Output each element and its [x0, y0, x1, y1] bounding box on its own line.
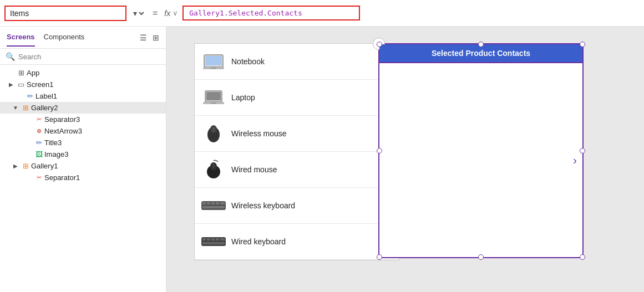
wired-mouse-label: Wired mouse: [231, 165, 389, 174]
svg-rect-16: [207, 202, 210, 204]
handle-mid-left[interactable]: [377, 148, 382, 153]
list-item-wired-keyboard[interactable]: Wired keyboard ›: [195, 224, 399, 260]
tree-item-image3[interactable]: 🖼 Image3: [0, 148, 166, 160]
gallery2-icon: ⊞: [20, 104, 31, 112]
tree-item-title3[interactable]: ✏ Title3: [0, 137, 166, 148]
handle-bottom-right[interactable]: [580, 254, 585, 260]
tree-arrow-gallery1: ▶: [11, 163, 20, 169]
svg-rect-20: [202, 206, 225, 208]
tree-arrow-gallery2: ▼: [11, 105, 20, 111]
gallery-right-chevron[interactable]: ›: [573, 154, 577, 167]
tree-area: ⊞ App ▶ ▭ Screen1 ✏ Label1 ▼ ⊞: [0, 65, 166, 292]
panel-tabs: Screens Components ☰ ⊞: [0, 27, 166, 49]
handle-bottom-center[interactable]: [478, 254, 484, 260]
tree-label-title3: Title3: [44, 139, 62, 147]
tree-item-separator3[interactable]: ✂ Separator3: [0, 114, 166, 125]
list-item-laptop[interactable]: Laptop ›: [195, 80, 399, 116]
tree-item-gallery2[interactable]: ▼ ⊞ Gallery2: [0, 102, 166, 114]
tree-item-app[interactable]: ⊞ App: [0, 67, 166, 79]
items-input[interactable]: [4, 6, 126, 21]
svg-rect-1: [205, 56, 222, 65]
svg-rect-27: [202, 242, 225, 244]
notebook-label: Notebook: [231, 57, 389, 66]
separator3-icon: ✂: [33, 116, 44, 123]
tree-arrow-screen1: ▶: [7, 81, 16, 88]
left-panel: Screens Components ☰ ⊞ 🔍 ⊞ App ▶: [0, 27, 166, 292]
fx-arrow: ∨: [173, 9, 178, 17]
list-item-wired-mouse[interactable]: Wired mouse ›: [195, 152, 399, 188]
tree-item-nextarrow3[interactable]: ⊕ NextArrow3: [0, 125, 166, 137]
formula-input[interactable]: [182, 6, 360, 21]
svg-rect-7: [211, 103, 216, 104]
image3-icon: 🖼: [33, 150, 44, 158]
tree-label-separator1: Separator1: [44, 173, 80, 182]
svg-rect-26: [220, 238, 225, 240]
grid-view-icon[interactable]: ⊞: [153, 33, 159, 42]
wireless-mouse-image: [201, 123, 226, 144]
svg-rect-17: [211, 202, 215, 204]
separator1-icon: ✂: [33, 174, 44, 181]
top-bar: ▾ = fx ∨: [0, 0, 644, 27]
tree-label-label1: Label1: [36, 92, 57, 100]
wireless-keyboard-label: Wireless keyboard: [231, 201, 389, 210]
tree-label-nextarrow3: NextArrow3: [44, 127, 82, 135]
tree-label-image3: Image3: [44, 150, 68, 158]
main-layout: Screens Components ☰ ⊞ 🔍 ⊞ App ▶: [0, 27, 644, 292]
svg-rect-15: [202, 202, 206, 204]
tree-item-screen1[interactable]: ▶ ▭ Screen1: [0, 79, 166, 90]
wireless-mouse-label: Wireless mouse: [231, 129, 389, 138]
gallery1-icon: ⊞: [20, 162, 31, 170]
wired-keyboard-image: [201, 231, 226, 252]
search-input[interactable]: [18, 53, 160, 61]
screen1-icon: ▭: [16, 80, 27, 89]
tree-item-separator1[interactable]: ✂ Separator1: [0, 172, 166, 183]
svg-rect-5: [206, 92, 221, 100]
list-item-wireless-keyboard[interactable]: Wireless keyboard ›: [195, 188, 399, 224]
svg-rect-24: [211, 238, 215, 240]
fx-icon: fx: [164, 9, 170, 18]
laptop-label: Laptop: [231, 93, 389, 102]
handle-bottom-left[interactable]: [377, 254, 382, 260]
wired-keyboard-label: Wired keyboard: [231, 237, 389, 246]
tab-screens[interactable]: Screens: [7, 28, 35, 47]
fx-bar: fx ∨: [164, 9, 178, 18]
handle-top-center[interactable]: [478, 42, 484, 47]
tree-label-separator3: Separator3: [44, 115, 80, 124]
nextarrow3-icon: ⊕: [33, 127, 44, 135]
gallery-left[interactable]: Notebook › Laptop › Wireless mouse ›: [194, 43, 399, 260]
tree-label-app: App: [27, 69, 39, 77]
tree-label-gallery2: Gallery2: [31, 104, 58, 112]
tree-item-gallery1[interactable]: ▶ ⊞ Gallery1: [0, 160, 166, 172]
handle-mid-right[interactable]: [580, 148, 585, 153]
svg-rect-25: [216, 238, 219, 240]
wired-mouse-image: [201, 159, 226, 180]
tree-label-gallery1: Gallery1: [31, 162, 58, 170]
equals-sign: =: [150, 8, 160, 18]
list-item-wireless-mouse[interactable]: Wireless mouse ›: [195, 116, 399, 152]
app-icon: ⊞: [16, 69, 27, 77]
tree-item-label1[interactable]: ✏ Label1: [0, 90, 166, 102]
svg-rect-18: [216, 202, 219, 204]
title3-icon: ✏: [33, 139, 44, 147]
items-dropdown[interactable]: ▾: [131, 8, 146, 18]
tab-components[interactable]: Components: [44, 28, 85, 47]
svg-rect-22: [202, 238, 206, 240]
gallery-right-body: ›: [379, 63, 582, 257]
laptop-image: [201, 87, 226, 108]
svg-rect-23: [207, 238, 210, 240]
tab-icons: ☰ ⊞: [140, 33, 159, 42]
list-view-icon[interactable]: ☰: [140, 33, 147, 42]
wireless-keyboard-image: [201, 195, 226, 216]
label1-icon: ✏: [24, 92, 36, 100]
notebook-image: [201, 51, 226, 72]
canvas-area: Notebook › Laptop › Wireless mouse ›: [166, 27, 644, 292]
svg-rect-19: [220, 202, 225, 204]
handle-top-right[interactable]: [580, 42, 585, 47]
search-icon: 🔍: [6, 52, 15, 61]
tree-label-screen1: Screen1: [27, 80, 53, 89]
svg-rect-3: [211, 68, 216, 69]
list-item-notebook[interactable]: Notebook ›: [195, 44, 399, 80]
handle-top-left[interactable]: [377, 42, 382, 47]
gallery-right[interactable]: ✏ Selected Product Contacts ›: [378, 43, 584, 258]
search-box: 🔍: [0, 49, 166, 65]
